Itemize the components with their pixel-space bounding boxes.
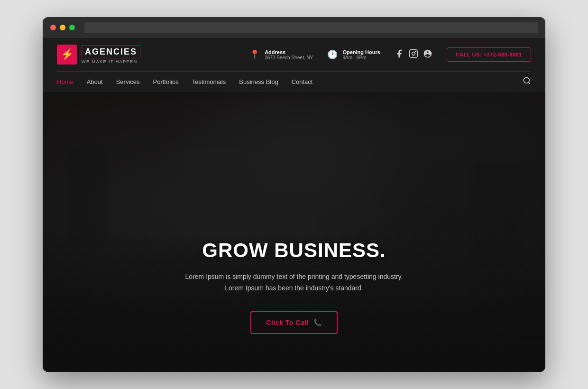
- nav-contact[interactable]: Contact: [292, 78, 313, 85]
- logo-text-area: AGENCIES WE MAKE IT HAPPEN: [82, 46, 140, 64]
- click-to-call-button[interactable]: Click To Call 📞: [250, 311, 338, 334]
- hours-info: 🕐 Opening Hours 9Am - 6Pm: [327, 49, 380, 60]
- header-info: 📍 Address 3673 Beech Street, NY 🕐 Openin…: [249, 47, 531, 62]
- call-us-button[interactable]: CALL US: +372-688-9881: [447, 47, 531, 62]
- logo-box: ⚡: [57, 45, 77, 65]
- address-text-group: Address 3673 Beech Street, NY: [265, 49, 313, 60]
- hero-title: GROW BUSINESS.: [180, 239, 408, 262]
- close-dot[interactable]: [50, 25, 56, 30]
- maximize-dot[interactable]: [69, 25, 75, 30]
- social-icons: [395, 49, 432, 60]
- hours-value: 9Am - 6Pm: [342, 55, 380, 60]
- address-info: 📍 Address 3673 Beech Street, NY: [249, 49, 313, 60]
- address-label: Address: [265, 49, 313, 55]
- header-top: ⚡ AGENCIES WE MAKE IT HAPPEN 📍 Address 3…: [57, 38, 531, 72]
- svg-line-4: [528, 82, 530, 83]
- clock-icon: 🕐: [327, 49, 338, 60]
- nav-home[interactable]: Home: [57, 78, 74, 85]
- nav-services[interactable]: Services: [116, 78, 140, 85]
- site-wrapper: ⚡ AGENCIES WE MAKE IT HAPPEN 📍 Address 3…: [43, 38, 545, 372]
- header: ⚡ AGENCIES WE MAKE IT HAPPEN 📍 Address 3…: [43, 38, 545, 72]
- hero-section: GROW BUSINESS. Lorem Ipsum is simply dum…: [43, 92, 545, 372]
- minimize-dot[interactable]: [60, 25, 65, 30]
- address-bar[interactable]: [84, 22, 538, 33]
- nav-portfolios[interactable]: Portfolios: [153, 78, 179, 85]
- cta-label: Click To Call: [266, 319, 309, 326]
- nav-testimonials[interactable]: Testimonials: [192, 78, 226, 85]
- hours-label: Opening Hours: [342, 49, 380, 55]
- nav-bar: Home About Services Portfolios Testimoni…: [43, 72, 545, 92]
- browser-chrome: [43, 17, 545, 38]
- hero-subtitle: Lorem Ipsum is simply dummy text of the …: [180, 271, 408, 294]
- yelp-icon[interactable]: [423, 49, 432, 60]
- nav-links: Home About Services Portfolios Testimoni…: [57, 72, 312, 92]
- logo-tagline: WE MAKE IT HAPPEN: [82, 59, 140, 64]
- svg-point-3: [524, 77, 529, 83]
- logo-name: AGENCIES: [82, 46, 140, 58]
- location-icon: 📍: [249, 49, 260, 60]
- nav-about[interactable]: About: [87, 78, 103, 85]
- instagram-icon[interactable]: [409, 49, 418, 60]
- hero-content: GROW BUSINESS. Lorem Ipsum is simply dum…: [180, 239, 408, 334]
- search-icon[interactable]: [523, 76, 531, 87]
- logo-area: ⚡ AGENCIES WE MAKE IT HAPPEN: [57, 45, 140, 65]
- facebook-icon[interactable]: [395, 49, 404, 60]
- bolt-icon: ⚡: [61, 48, 74, 61]
- svg-rect-0: [410, 50, 418, 58]
- browser-window: ⚡ AGENCIES WE MAKE IT HAPPEN 📍 Address 3…: [43, 17, 545, 372]
- phone-icon: 📞: [313, 319, 322, 326]
- address-value: 3673 Beech Street, NY: [265, 55, 313, 60]
- svg-point-2: [415, 51, 416, 52]
- hours-text-group: Opening Hours 9Am - 6Pm: [342, 49, 380, 60]
- svg-point-1: [412, 52, 415, 56]
- nav-business-blog[interactable]: Business Blog: [239, 78, 278, 85]
